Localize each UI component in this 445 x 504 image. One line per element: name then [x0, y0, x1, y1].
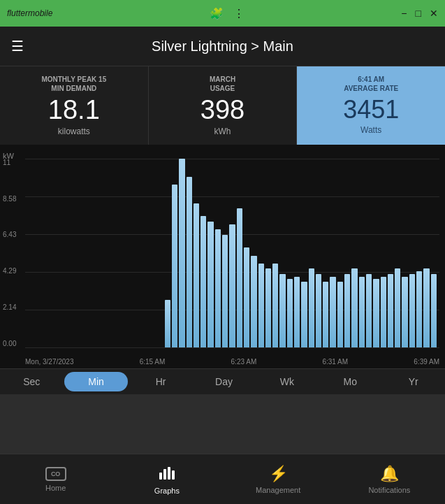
chart-bar [337, 282, 343, 347]
chart-bar [194, 203, 199, 347]
x-tick-639: 6:39 AM [414, 358, 439, 366]
chart-bar [351, 268, 357, 347]
chart-bar [294, 277, 300, 347]
puzzle-icon[interactable]: 🧩 [210, 7, 224, 20]
x-tick-631: 6:31 AM [322, 358, 348, 366]
bars-area [25, 159, 439, 347]
chart-bar [373, 279, 379, 347]
stat-value-rate: 3451 [304, 96, 438, 124]
minimize-button[interactable]: − [401, 8, 407, 19]
chart-bar [309, 268, 314, 347]
stat-value-usage: 398 [156, 96, 290, 125]
grid-line-bottom [25, 347, 439, 348]
stat-unit-demand: kilowatts [7, 127, 141, 136]
stat-card-demand: MONTHLY PEAK 15MIN DEMAND 18.1 kilowatts [0, 66, 149, 145]
flash-icon: ⚡ [269, 465, 288, 483]
stat-unit-rate: Watts [304, 125, 438, 135]
x-tick-623: 6:23 AM [231, 358, 257, 366]
notifications-icon: 🔔 [380, 465, 399, 483]
y-tick-858: 8.58 [3, 195, 16, 203]
chart-bar [272, 264, 278, 347]
chart-bar [237, 208, 242, 347]
chart-bar [301, 282, 307, 347]
chart-bar [172, 185, 177, 347]
nav-label-graphs: Graphs [154, 487, 180, 495]
stat-label-demand: MONTHLY PEAK 15MIN DEMAND [7, 75, 141, 93]
tab-mo[interactable]: Mo [319, 369, 381, 394]
chart-bar [402, 277, 407, 347]
chart-bar [323, 282, 328, 347]
chart-container: kW 11 8.58 6.43 4.29 2.14 0.00 Mon, 3/27… [0, 145, 445, 368]
y-tick-429: 4.29 [3, 267, 16, 275]
chart-bar [381, 277, 386, 347]
chart-inner [25, 159, 439, 347]
page-title: Silver Lightning > Main [152, 38, 293, 55]
nav-label-home: Home [45, 484, 66, 492]
tab-wk[interactable]: Wk [256, 369, 319, 394]
nav-item-graphs[interactable]: Graphs [111, 454, 222, 504]
maximize-button[interactable]: □ [416, 8, 421, 19]
stat-label-usage: MARCHUSAGE [156, 75, 290, 93]
chart-bar [165, 300, 170, 347]
tab-min[interactable]: Min [64, 372, 127, 391]
tab-sec[interactable]: Sec [0, 369, 63, 394]
chart-bar [215, 229, 221, 347]
chart-bar [279, 274, 285, 347]
tab-yr[interactable]: Yr [382, 369, 445, 394]
chart-bar [187, 177, 192, 347]
chart-bar [258, 264, 264, 347]
app-name: fluttermobile [7, 8, 52, 18]
chart-bar [344, 274, 350, 347]
title-bar: fluttermobile 🧩 ⋮ − □ ✕ [0, 0, 445, 27]
header: ☰ Silver Lightning > Main [0, 27, 445, 66]
y-tick-0: 0.00 [3, 340, 16, 347]
svg-rect-3 [172, 470, 175, 480]
chart-bar [222, 235, 228, 347]
chart-y-axis: 11 8.58 6.43 4.29 2.14 0.00 [3, 159, 16, 347]
chart-bar [359, 277, 365, 347]
bottom-nav: CO Home Graphs ⚡ Management 🔔 Notificati… [0, 454, 445, 504]
time-tabs: Sec Min Hr Day Wk Mo Yr [0, 368, 445, 394]
nav-item-home[interactable]: CO Home [0, 454, 111, 504]
chart-bar [207, 222, 213, 347]
nav-item-notifications[interactable]: 🔔 Notifications [334, 454, 445, 504]
close-button[interactable]: ✕ [430, 8, 438, 19]
chart-bar [287, 279, 293, 347]
chart-bar [251, 256, 256, 347]
y-tick-214: 2.14 [3, 303, 16, 311]
chart-bar [395, 268, 400, 347]
chart-bar [431, 274, 437, 347]
chart-bar [416, 271, 422, 347]
co-icon: CO [45, 467, 66, 481]
svg-rect-2 [168, 467, 170, 480]
chart-bar [179, 159, 184, 347]
nav-label-notifications: Notifications [368, 486, 410, 494]
stat-label-rate: 6:41 AMAVERAGE RATE [304, 75, 438, 93]
menu-icon[interactable]: ☰ [11, 38, 24, 55]
chart-bar [366, 274, 372, 347]
stat-unit-usage: kWh [156, 127, 290, 136]
nav-item-management[interactable]: ⚡ Management [223, 454, 334, 504]
svg-rect-0 [159, 473, 162, 480]
chart-bar [244, 247, 249, 347]
chart-bar [316, 274, 321, 347]
chart-bar [229, 224, 235, 347]
stat-card-rate: 6:41 AMAVERAGE RATE 3451 Watts [297, 66, 445, 145]
tab-hr[interactable]: Hr [129, 369, 192, 394]
y-tick-11: 11 [3, 159, 16, 166]
nav-label-management: Management [256, 486, 300, 494]
x-tick-615: 6:15 AM [140, 358, 166, 366]
stats-row: MONTHLY PEAK 15MIN DEMAND 18.1 kilowatts… [0, 66, 445, 145]
bar-chart-icon [159, 464, 175, 484]
tab-day[interactable]: Day [192, 369, 255, 394]
title-bar-controls: − □ ✕ [401, 8, 438, 19]
chart-bar [423, 268, 429, 347]
chart-bar [330, 277, 335, 347]
chart-bar [200, 216, 206, 347]
svg-rect-1 [163, 469, 166, 480]
chart-bar [265, 268, 271, 347]
chart-bar [388, 274, 393, 347]
more-vert-icon[interactable]: ⋮ [233, 7, 245, 20]
chart-x-axis: Mon, 3/27/2023 6:15 AM 6:23 AM 6:31 AM 6… [25, 358, 439, 366]
chart-bar [409, 274, 415, 347]
